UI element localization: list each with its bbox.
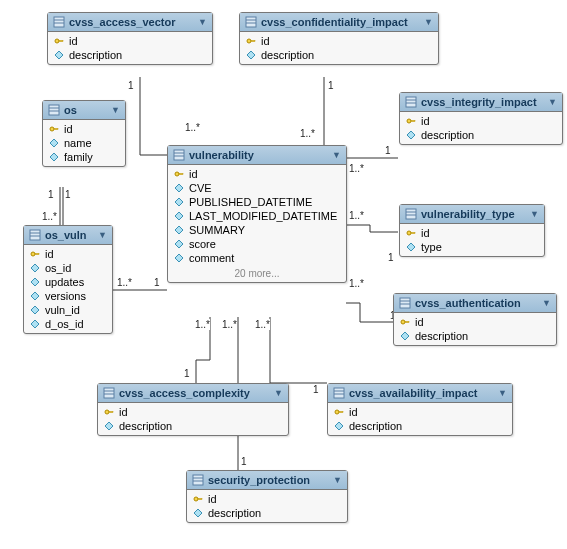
column-row[interactable]: id — [168, 167, 346, 181]
column-row[interactable]: CVE — [168, 181, 346, 195]
table-header[interactable]: os▼ — [43, 101, 125, 120]
attribute-icon — [400, 331, 410, 341]
column-row[interactable]: id — [328, 405, 512, 419]
column-name: id — [415, 316, 424, 328]
column-row[interactable]: comment — [168, 251, 346, 265]
column-row[interactable]: SUMMARY — [168, 223, 346, 237]
column-row[interactable]: id — [98, 405, 288, 419]
collapse-icon[interactable]: ▼ — [274, 388, 283, 398]
table-header[interactable]: cvss_availability_impact▼ — [328, 384, 512, 403]
column-row[interactable]: name — [43, 136, 125, 150]
table-header[interactable]: cvss_integrity_impact▼ — [400, 93, 562, 112]
table-header[interactable]: cvss_confidentiality_impact▼ — [240, 13, 438, 32]
column-row[interactable]: os_id — [24, 261, 112, 275]
table-cvss-authentication[interactable]: cvss_authentication▼iddescription — [393, 293, 557, 346]
column-row[interactable]: id — [240, 34, 438, 48]
table-header[interactable]: cvss_access_vector▼ — [48, 13, 212, 32]
collapse-icon[interactable]: ▼ — [198, 17, 207, 27]
table-cvss-availability-impact[interactable]: cvss_availability_impact▼iddescription — [327, 383, 513, 436]
collapse-icon[interactable]: ▼ — [333, 475, 342, 485]
column-row[interactable]: description — [98, 419, 288, 433]
column-row[interactable]: updates — [24, 275, 112, 289]
column-row[interactable]: id — [48, 34, 212, 48]
table-cvss-integrity-impact[interactable]: cvss_integrity_impact▼iddescription — [399, 92, 563, 145]
column-row[interactable]: id — [394, 315, 556, 329]
collapse-icon[interactable]: ▼ — [530, 209, 539, 219]
attribute-icon — [30, 263, 40, 273]
card-lbl: 1..* — [349, 278, 364, 289]
column-row[interactable]: type — [400, 240, 544, 254]
svg-rect-19 — [411, 120, 415, 121]
column-list: iddescription — [48, 32, 212, 64]
svg-rect-54 — [198, 498, 202, 499]
table-cvss-confidentiality-impact[interactable]: cvss_confidentiality_impact▼iddescriptio… — [239, 12, 439, 65]
primary-key-icon — [334, 407, 344, 417]
column-row[interactable]: description — [48, 48, 212, 62]
primary-key-icon — [174, 169, 184, 179]
column-row[interactable]: id — [43, 122, 125, 136]
column-row[interactable]: description — [394, 329, 556, 343]
column-list: idos_idupdatesversionsvuln_idd_os_id — [24, 245, 112, 333]
column-row[interactable]: id — [187, 492, 347, 506]
column-row[interactable]: vuln_id — [24, 303, 112, 317]
column-row[interactable]: description — [187, 506, 347, 520]
card-lbl: 1 — [65, 189, 71, 200]
table-vulnerability[interactable]: vulnerability▼idCVEPUBLISHED_DATETIMELAS… — [167, 145, 347, 283]
column-name: updates — [45, 276, 84, 288]
table-header[interactable]: cvss_access_complexity▼ — [98, 384, 288, 403]
table-header[interactable]: vulnerability_type▼ — [400, 205, 544, 224]
column-name: LAST_MODIFIED_DATETIME — [189, 210, 337, 222]
column-row[interactable]: PUBLISHED_DATETIME — [168, 195, 346, 209]
column-row[interactable]: description — [240, 48, 438, 62]
table-os[interactable]: os▼idnamefamily — [42, 100, 126, 167]
column-row[interactable]: score — [168, 237, 346, 251]
column-name: name — [64, 137, 92, 149]
column-row[interactable]: description — [328, 419, 512, 433]
column-name: family — [64, 151, 93, 163]
column-row[interactable]: id — [24, 247, 112, 261]
column-list: iddescription — [328, 403, 512, 435]
more-columns-label[interactable]: 20 more... — [168, 267, 346, 282]
table-header[interactable]: vulnerability▼ — [168, 146, 346, 165]
table-security-protection[interactable]: security_protection▼iddescription — [186, 470, 348, 523]
table-os-vuln[interactable]: os_vuln▼idos_idupdatesversionsvuln_idd_o… — [23, 225, 113, 334]
collapse-icon[interactable]: ▼ — [98, 230, 107, 240]
collapse-icon[interactable]: ▼ — [548, 97, 557, 107]
table-cvss-access-vector[interactable]: cvss_access_vector▼iddescription — [47, 12, 213, 65]
collapse-icon[interactable]: ▼ — [424, 17, 433, 27]
collapse-icon[interactable]: ▼ — [498, 388, 507, 398]
card-lbl: 1..* — [255, 319, 270, 330]
primary-key-icon — [246, 36, 256, 46]
column-row[interactable]: family — [43, 150, 125, 164]
column-name: PUBLISHED_DATETIME — [189, 196, 312, 208]
table-header[interactable]: cvss_authentication▼ — [394, 294, 556, 313]
svg-rect-10 — [49, 105, 59, 115]
card-lbl: 1 — [128, 80, 134, 91]
column-row[interactable]: d_os_id — [24, 317, 112, 331]
attribute-icon — [49, 152, 59, 162]
table-vulnerability-type[interactable]: vulnerability_type▼idtype — [399, 204, 545, 257]
column-list: idnamefamily — [43, 120, 125, 166]
column-name: CVE — [189, 182, 212, 194]
attribute-icon — [174, 197, 184, 207]
column-row[interactable]: LAST_MODIFIED_DATETIME — [168, 209, 346, 223]
table-icon — [48, 104, 60, 116]
table-icon — [192, 474, 204, 486]
table-title: vulnerability — [189, 149, 254, 161]
column-name: description — [69, 49, 122, 61]
collapse-icon[interactable]: ▼ — [542, 298, 551, 308]
collapse-icon[interactable]: ▼ — [111, 105, 120, 115]
column-row[interactable]: description — [400, 128, 562, 142]
column-row[interactable]: id — [400, 114, 562, 128]
table-cvss-access-complexity[interactable]: cvss_access_complexity▼iddescription — [97, 383, 289, 436]
table-header[interactable]: os_vuln▼ — [24, 226, 112, 245]
svg-rect-39 — [405, 321, 409, 322]
attribute-icon — [174, 225, 184, 235]
svg-rect-30 — [30, 230, 40, 240]
column-name: description — [208, 507, 261, 519]
collapse-icon[interactable]: ▼ — [332, 150, 341, 160]
column-row[interactable]: versions — [24, 289, 112, 303]
primary-key-icon — [30, 249, 40, 259]
table-header[interactable]: security_protection▼ — [187, 471, 347, 490]
column-row[interactable]: id — [400, 226, 544, 240]
